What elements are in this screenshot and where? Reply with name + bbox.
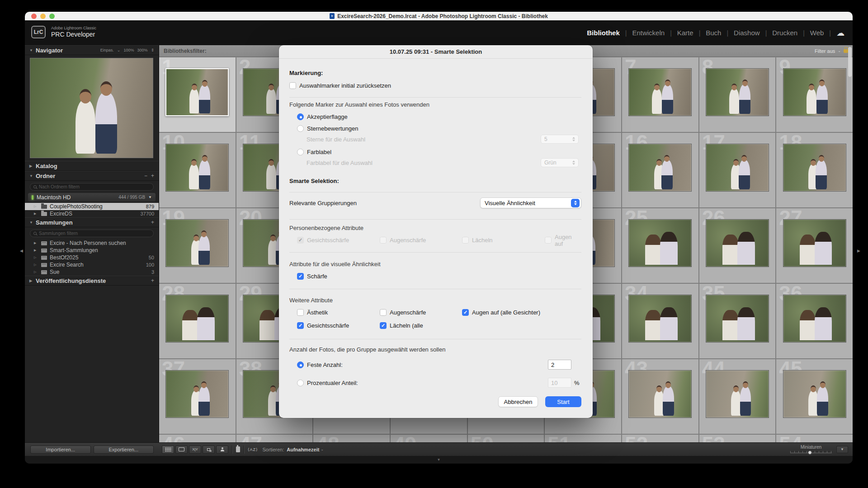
grid-cell[interactable]: 35 — [699, 284, 776, 358]
grid-cell[interactable]: 9 — [776, 57, 853, 132]
zoom-100-option[interactable]: 100% — [123, 48, 134, 52]
ordner-header[interactable]: ▼ Ordner − + — [25, 171, 159, 181]
module-web[interactable]: Web — [810, 29, 824, 37]
star-rating-radio[interactable] — [297, 125, 304, 132]
cloud-sync-icon[interactable]: ☁ — [836, 29, 844, 37]
grid-cell[interactable]: 48 — [313, 435, 390, 442]
sort-value[interactable]: Aufnahmezeit — [287, 447, 319, 452]
loupe-view-button[interactable] — [175, 446, 188, 454]
grid-cell[interactable]: 54 — [776, 435, 853, 442]
sammlungen-header[interactable]: ▼ Sammlungen + — [25, 217, 159, 227]
face-sharpness-checkbox[interactable] — [297, 322, 304, 329]
smile-all-checkbox[interactable] — [380, 322, 387, 329]
module-buch[interactable]: Buch — [706, 29, 721, 37]
module-karte[interactable]: Karte — [677, 29, 693, 37]
grid-cell[interactable]: 16 — [622, 133, 698, 207]
add-folder-button[interactable]: + — [151, 173, 154, 179]
grid-cell[interactable]: 7 — [622, 57, 698, 132]
toolbar-options-button[interactable]: ▼ — [836, 446, 848, 453]
aesthetics-checkbox[interactable] — [297, 309, 304, 316]
remove-folder-button[interactable]: − — [144, 173, 147, 179]
right-panel-toggle-icon[interactable]: ▶ — [857, 249, 860, 253]
import-button[interactable]: Importieren... — [30, 446, 91, 454]
color-label-radio[interactable] — [297, 149, 304, 155]
collection-row[interactable]: ▷ Excire Search 100 — [25, 261, 159, 268]
grid-cell[interactable]: 51 — [545, 435, 621, 442]
collection-row[interactable]: ▶ Smart-Sammlungen — [25, 247, 159, 254]
sort-stepper-icon[interactable]: ⌄ — [321, 447, 324, 451]
cancel-button[interactable]: Abbrechen — [498, 396, 538, 407]
folder-row[interactable]: ▶ ExcireDS 37700 — [25, 210, 159, 217]
grid-cell[interactable]: 46 — [159, 435, 236, 442]
reset-marker-checkbox[interactable] — [289, 82, 296, 89]
folder-row[interactable]: ▷ CouplePhotoShooting 879 — [25, 203, 159, 210]
disclosure-closed-icon: ▶ — [34, 241, 38, 245]
filter-stepper-icon[interactable]: ⌄ — [838, 49, 841, 53]
grid-cell[interactable]: 19 — [159, 208, 236, 283]
fixed-count-input[interactable]: 2 — [548, 360, 571, 370]
publish-services-header[interactable]: ▶ Veröffentlichungsdienste + — [25, 276, 159, 286]
fixed-count-radio[interactable] — [297, 361, 304, 368]
grid-cell[interactable]: 50 — [468, 435, 544, 442]
slider-thumb[interactable] — [808, 450, 812, 455]
grid-cell[interactable]: 49 — [391, 435, 467, 442]
collection-row[interactable]: ▷ BestOf2025 50 — [25, 254, 159, 261]
left-panel-toggle-icon[interactable]: ◀ — [20, 249, 23, 253]
start-button[interactable]: Start — [545, 396, 581, 407]
grid-cell[interactable]: 53 — [699, 435, 776, 442]
accept-flag-radio[interactable] — [297, 113, 304, 120]
zoom-300-option[interactable]: 300% — [137, 48, 147, 52]
sort-direction-icon[interactable]: ⟨AZ⟩ — [248, 447, 258, 452]
painter-spray-icon[interactable] — [236, 446, 240, 452]
add-publish-service-button[interactable]: + — [151, 277, 154, 284]
eye-sharpness-checkbox[interactable] — [380, 309, 387, 316]
add-collection-button[interactable]: + — [151, 219, 154, 225]
export-button[interactable]: Exportieren... — [94, 446, 154, 454]
folder-filter-placeholder: Nach Ordnern filtern — [39, 184, 80, 189]
thumbnail-size-slider[interactable] — [790, 450, 832, 455]
collection-filter-input[interactable]: Sammlungen filtern — [30, 230, 154, 237]
grouping-select[interactable]: Visuelle Ähnlichkeit — [480, 197, 581, 208]
grid-cell[interactable]: 10 — [159, 133, 236, 207]
navigator-preview[interactable] — [30, 58, 153, 158]
grid-cell[interactable]: 37 — [159, 359, 236, 434]
collection-row[interactable]: ▷ Sue 3 — [25, 268, 159, 276]
grid-cell[interactable]: 52 — [622, 435, 698, 442]
grid-view-button[interactable] — [162, 446, 174, 454]
grid-cell[interactable]: 26 — [699, 208, 776, 283]
grid-cell[interactable]: 43 — [622, 359, 698, 434]
grid-cell[interactable]: 1 — [159, 57, 236, 132]
filmstrip-toggle-icon[interactable]: ▼ — [437, 458, 441, 462]
grid-cell[interactable]: 8 — [699, 57, 776, 132]
navigator-header[interactable]: ▼ Navigator Einpas. ⌄ 100% 300% ⇕ — [25, 45, 159, 55]
survey-view-button[interactable] — [203, 446, 215, 454]
compare-view-button[interactable]: X|Y — [189, 446, 201, 454]
grid-cell[interactable]: 18 — [776, 133, 853, 207]
people-view-button[interactable] — [216, 446, 228, 454]
sharpness-checkbox[interactable] — [297, 273, 304, 280]
grid-cell[interactable]: 27 — [776, 208, 853, 283]
grid-cell[interactable]: 28 — [159, 284, 236, 358]
filter-status[interactable]: Filter aus — [815, 48, 835, 54]
grid-scrollbar[interactable] — [848, 47, 852, 77]
grid-cell[interactable]: 44 — [699, 359, 776, 434]
grid-cell[interactable]: 34 — [622, 284, 698, 358]
grid-cell[interactable]: 47 — [236, 435, 313, 442]
zoom-fit-option[interactable]: Einpas. — [100, 48, 114, 52]
folder-filter-input[interactable]: Nach Ordnern filtern — [30, 183, 154, 191]
eyes-open-all-checkbox[interactable] — [462, 309, 469, 316]
grid-cell[interactable]: 17 — [699, 133, 776, 207]
grid-cell[interactable]: 36 — [776, 284, 853, 358]
filter-lock-icon[interactable] — [844, 49, 848, 53]
grid-cell[interactable]: 25 — [622, 208, 698, 283]
module-bibliothek[interactable]: Bibliothek — [587, 29, 620, 37]
module-diashow[interactable]: Diashow — [734, 29, 760, 37]
grid-cell[interactable]: 45 — [776, 359, 853, 434]
percent-radio[interactable] — [297, 380, 304, 386]
module-entwickeln[interactable]: Entwickeln — [632, 29, 665, 37]
collection-row[interactable]: ▶ Excire - Nach Personen suchen — [25, 239, 159, 247]
module-drucken[interactable]: Drucken — [772, 29, 797, 37]
volume-row[interactable]: Macintosh HD 444 / 995 GB ▼ — [28, 193, 156, 202]
photo-figure — [189, 164, 199, 189]
katalog-header[interactable]: ▶ Katalog — [25, 161, 159, 171]
